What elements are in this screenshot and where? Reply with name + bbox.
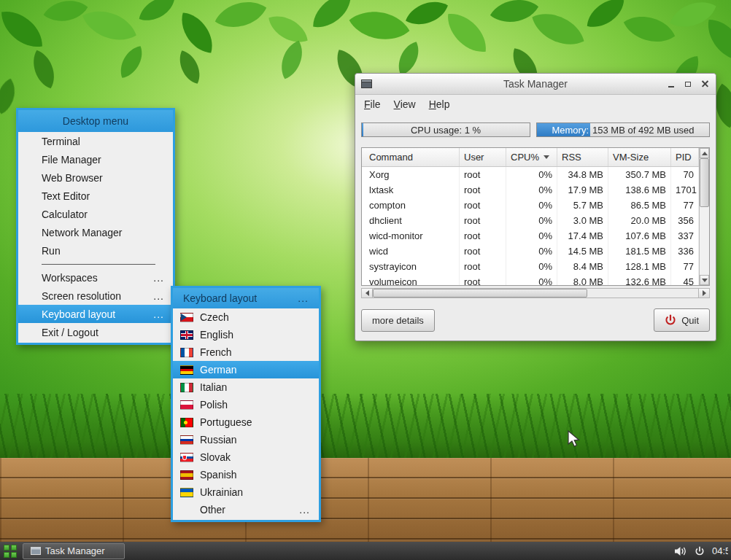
menu-item-label: Portuguese — [200, 416, 252, 428]
cell-command: Xorg — [362, 167, 460, 182]
cell-rss: 5.7 MB — [557, 198, 608, 213]
scroll-left-icon[interactable] — [361, 288, 373, 298]
scroll-up-icon[interactable] — [700, 148, 709, 158]
window-title: Task Manager — [355, 78, 716, 90]
process-row-systrayicon[interactable]: systrayiconroot0%8.4 MB128.1 MB77 — [362, 259, 699, 274]
process-row-compton[interactable]: comptonroot0%5.7 MB86.5 MB77 — [362, 198, 699, 213]
keyboard-layout-item-german[interactable]: German — [173, 361, 319, 378]
menu-item-label: Other — [200, 504, 225, 516]
quit-icon — [665, 314, 676, 326]
column-header-user[interactable]: User — [460, 148, 506, 166]
window-titlebar[interactable]: Task Manager — [355, 74, 716, 95]
taskbar-task-button[interactable]: Task Manager — [23, 543, 125, 559]
process-row-dhclient[interactable]: dhclientroot0%3.0 MB20.0 MB356 — [362, 213, 699, 228]
column-header-command[interactable]: Command — [362, 148, 460, 166]
horizontal-scroll-thumb[interactable] — [373, 289, 587, 298]
keyboard-layout-item-russian[interactable]: Russian — [173, 431, 319, 448]
cpu-usage-bar: CPU usage: 1 % — [361, 122, 530, 137]
keyboard-layout-item-other[interactable]: Other... — [173, 501, 319, 518]
cell-vm-size: 181.5 MB — [608, 244, 671, 259]
keyboard-layout-item-czech[interactable]: Czech — [173, 308, 319, 326]
desktop-menu-item-workspaces[interactable]: Workspaces... — [18, 268, 173, 287]
spanish-flag-icon — [180, 470, 193, 480]
cpu-usage-label: CPU usage: 1 % — [411, 125, 481, 136]
keyboard-layout-item-italian[interactable]: Italian — [173, 378, 319, 396]
desktop-menu-item-calculator[interactable]: Calculator — [18, 205, 173, 223]
desktop-menu-item-web-browser[interactable]: Web Browser — [18, 168, 173, 187]
minimize-icon[interactable] — [666, 79, 676, 89]
process-row-volumeicon[interactable]: volumeiconroot0%8.0 MB132.6 MB45 — [362, 274, 699, 285]
cell-command: volumeicon — [362, 274, 460, 285]
cell-pid: 336 — [671, 244, 699, 259]
keyboard-layout-item-slovak[interactable]: Slovak — [173, 448, 319, 466]
process-row-xorg[interactable]: Xorgroot0%34.8 MB350.7 MB70 — [362, 167, 699, 182]
start-menu-icon[interactable] — [3, 544, 18, 559]
keyboard-layout-item-spanish[interactable]: Spanish — [173, 466, 319, 483]
memory-value: 153 MB of 492 MB used — [592, 125, 694, 136]
cell-pid: 1701 — [671, 182, 699, 198]
maximize-icon[interactable] — [683, 79, 693, 89]
desktop-menu-item-keyboard-layout[interactable]: Keyboard layout... — [18, 305, 173, 323]
task-manager-window: Task Manager FileViewHelp CPU usage: 1 %… — [355, 73, 716, 341]
desktop-menu-item-screen-resolution[interactable]: Screen resolution... — [18, 287, 173, 305]
desktop-menu-item-run[interactable]: Run — [18, 241, 173, 260]
keyboard-layout-item-portuguese[interactable]: Portuguese — [173, 413, 319, 431]
menu-item-label: Workspaces — [42, 272, 98, 284]
vertical-scroll-thumb[interactable] — [700, 158, 709, 207]
more-details-button[interactable]: more details — [361, 309, 435, 332]
column-header-cpu[interactable]: CPU% — [506, 148, 557, 166]
close-icon[interactable] — [700, 79, 710, 89]
process-row-wicd-monitor[interactable]: wicd-monitorroot0%17.4 MB107.6 MB337 — [362, 228, 699, 244]
menubar-help[interactable]: Help — [423, 96, 456, 112]
clock[interactable]: 04:5 — [712, 545, 728, 556]
cell-pid: 45 — [671, 274, 699, 285]
submenu-ellipsis: ... — [153, 272, 164, 284]
cell-vm-size: 86.5 MB — [608, 198, 671, 213]
column-header-vm-size[interactable]: VM-Size — [608, 148, 671, 166]
scroll-down-icon[interactable] — [700, 275, 709, 285]
vertical-scroll-track[interactable] — [700, 158, 709, 275]
menu-item-label: Screen resolution — [42, 290, 121, 302]
desktop-menu-item-file-manager[interactable]: File Manager — [18, 150, 173, 168]
cell-cpu: 0% — [506, 198, 557, 213]
cell-user: root — [460, 259, 506, 274]
process-row-wicd[interactable]: wicdroot0%14.5 MB181.5 MB336 — [362, 244, 699, 259]
desktop-menu-item-exit-logout[interactable]: Exit / Logout — [18, 323, 173, 341]
menubar-view[interactable]: View — [388, 96, 422, 112]
menu-item-label: Spanish — [200, 469, 237, 481]
process-table: CommandUserCPU%RSSVM-SizePID Xorgroot0%3… — [361, 147, 710, 286]
scroll-right-icon[interactable] — [698, 288, 710, 298]
cell-cpu: 0% — [506, 259, 557, 274]
horizontal-scrollbar[interactable] — [361, 288, 710, 298]
taskbar: Task Manager 04:5 — [0, 542, 731, 560]
column-header-rss[interactable]: RSS — [557, 148, 608, 166]
menu-item-label: English — [200, 329, 233, 341]
volume-icon[interactable] — [674, 546, 687, 556]
process-row-lxtask[interactable]: lxtaskroot0%17.9 MB138.6 MB1701 — [362, 182, 699, 198]
menu-item-label: Exit / Logout — [42, 327, 98, 338]
cell-rss: 8.4 MB — [557, 259, 608, 274]
czech-flag-icon — [180, 313, 193, 322]
keyboard-layout-item-ukrainian[interactable]: Ukrainian — [173, 483, 319, 501]
desktop-menu-item-network-manager[interactable]: Network Manager — [18, 223, 173, 241]
power-icon[interactable] — [695, 546, 705, 556]
desktop-menu-item-text-editor[interactable]: Text Editor — [18, 187, 173, 205]
keyboard-layout-item-english[interactable]: English — [173, 326, 319, 343]
cell-user: root — [460, 244, 506, 259]
horizontal-scroll-track[interactable] — [373, 288, 698, 298]
column-header-pid[interactable]: PID — [671, 148, 699, 166]
cell-pid: 70 — [671, 167, 699, 182]
table-body: Xorgroot0%34.8 MB350.7 MB70lxtaskroot0%1… — [362, 167, 699, 285]
keyboard-layout-item-polish[interactable]: Polish — [173, 396, 319, 413]
menubar-file[interactable]: File — [358, 96, 387, 112]
vertical-scrollbar[interactable] — [699, 148, 709, 285]
cell-command: wicd — [362, 244, 460, 259]
cell-rss: 8.0 MB — [557, 274, 608, 285]
quit-button[interactable]: Quit — [654, 308, 710, 332]
desktop-menu-popup: Desktop menu TerminalFile ManagerWeb Bro… — [16, 108, 175, 345]
cell-vm-size: 138.6 MB — [608, 182, 671, 198]
keyboard-layout-item-french[interactable]: French — [173, 343, 319, 361]
cell-pid: 77 — [671, 259, 699, 274]
desktop-menu-item-terminal[interactable]: Terminal — [18, 132, 173, 150]
cell-cpu: 0% — [506, 213, 557, 228]
